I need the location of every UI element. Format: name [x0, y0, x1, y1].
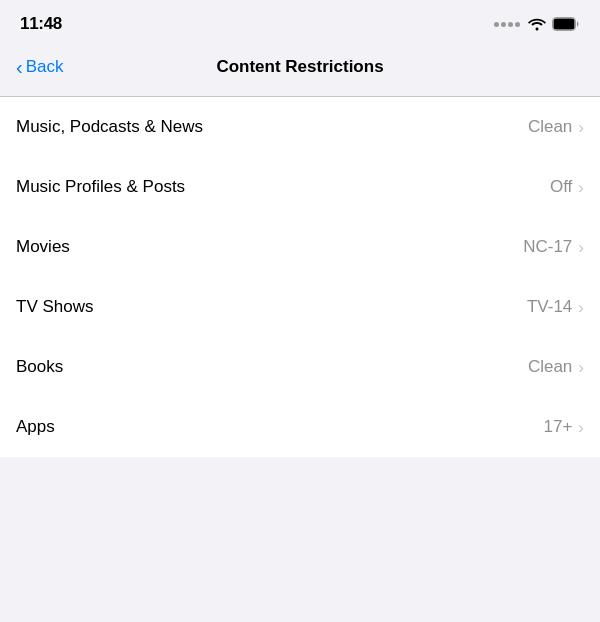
- row-right: Off ›: [550, 177, 584, 197]
- row-tv-shows[interactable]: TV Shows TV-14 ›: [0, 277, 600, 337]
- row-right: NC-17 ›: [523, 237, 584, 257]
- back-chevron-icon: ‹: [16, 57, 23, 77]
- row-value: Clean: [528, 357, 572, 377]
- back-button[interactable]: ‹ Back: [16, 57, 63, 77]
- row-movies[interactable]: Movies NC-17 ›: [0, 217, 600, 277]
- page-title: Content Restrictions: [216, 57, 383, 77]
- chevron-right-icon: ›: [578, 359, 584, 376]
- status-time: 11:48: [20, 14, 62, 34]
- back-label: Back: [26, 57, 64, 77]
- status-icons: [494, 17, 580, 31]
- svg-rect-1: [554, 19, 575, 30]
- row-label: Music, Podcasts & News: [16, 117, 203, 137]
- chevron-right-icon: ›: [578, 239, 584, 256]
- chevron-right-icon: ›: [578, 119, 584, 136]
- battery-icon: [552, 17, 580, 31]
- row-books[interactable]: Books Clean ›: [0, 337, 600, 397]
- wifi-icon: [528, 17, 546, 31]
- row-right: Clean ›: [528, 117, 584, 137]
- row-value: TV-14: [527, 297, 572, 317]
- row-label: Apps: [16, 417, 55, 437]
- settings-list: Music, Podcasts & News Clean › Music Pro…: [0, 97, 600, 457]
- row-value: NC-17: [523, 237, 572, 257]
- row-apps[interactable]: Apps 17+ ›: [0, 397, 600, 457]
- chevron-right-icon: ›: [578, 179, 584, 196]
- row-right: 17+ ›: [543, 417, 584, 437]
- bottom-section: [0, 457, 600, 622]
- signal-icon: [494, 22, 520, 27]
- status-bar: 11:48: [0, 0, 600, 44]
- row-value: 17+: [543, 417, 572, 437]
- row-value: Off: [550, 177, 572, 197]
- row-right: Clean ›: [528, 357, 584, 377]
- row-music-podcasts-news[interactable]: Music, Podcasts & News Clean ›: [0, 97, 600, 157]
- row-label: TV Shows: [16, 297, 93, 317]
- chevron-right-icon: ›: [578, 419, 584, 436]
- chevron-right-icon: ›: [578, 299, 584, 316]
- navigation-bar: ‹ Back Content Restrictions: [0, 44, 600, 96]
- row-label: Movies: [16, 237, 70, 257]
- row-right: TV-14 ›: [527, 297, 584, 317]
- row-music-profiles-posts[interactable]: Music Profiles & Posts Off ›: [0, 157, 600, 217]
- row-value: Clean: [528, 117, 572, 137]
- row-label: Books: [16, 357, 63, 377]
- row-label: Music Profiles & Posts: [16, 177, 185, 197]
